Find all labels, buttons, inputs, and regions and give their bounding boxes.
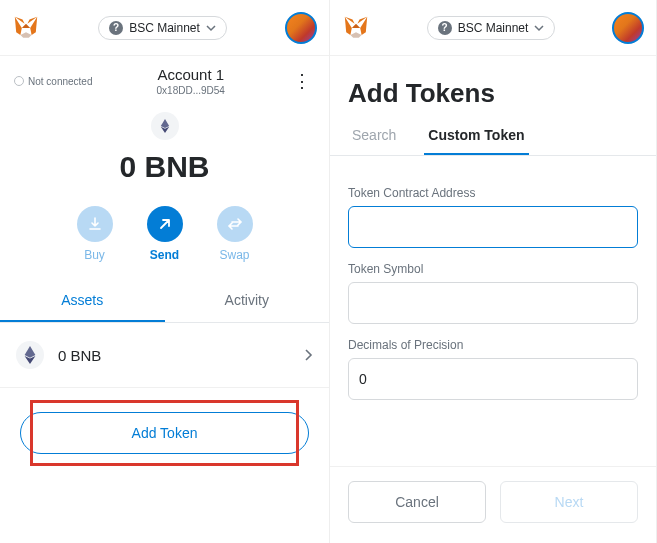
cancel-button[interactable]: Cancel — [348, 481, 486, 523]
account-avatar[interactable] — [612, 12, 644, 44]
contract-address-label: Token Contract Address — [348, 186, 638, 200]
balance-amount: 0 BNB — [0, 150, 329, 184]
network-selector[interactable]: ? BSC Mainnet — [427, 16, 556, 40]
action-buttons: Buy Send Swap — [0, 206, 329, 262]
add-token-button[interactable]: Add Token — [20, 412, 309, 454]
header: ? BSC Mainnet — [330, 0, 656, 56]
main-tabs: Assets Activity — [0, 280, 329, 323]
download-icon — [87, 216, 103, 232]
arrow-up-right-icon — [157, 216, 173, 232]
swap-label: Swap — [219, 248, 249, 262]
account-menu-button[interactable]: ⋮ — [289, 66, 315, 96]
svg-marker-2 — [20, 32, 31, 38]
buy-label: Buy — [84, 248, 105, 262]
decimals-input[interactable] — [348, 358, 638, 400]
chevron-down-icon — [206, 23, 216, 33]
network-name: BSC Mainnet — [129, 21, 200, 35]
account-avatar[interactable] — [285, 12, 317, 44]
chevron-right-icon — [303, 348, 313, 362]
header: ? BSC Mainnet — [0, 0, 329, 56]
send-button[interactable]: Send — [147, 206, 183, 262]
token-symbol-label: Token Symbol — [348, 262, 638, 276]
metamask-logo-icon — [12, 14, 40, 42]
account-address: 0x18DD...9D54 — [93, 85, 290, 96]
status-ring-icon — [14, 76, 24, 86]
connection-status-text: Not connected — [28, 76, 93, 87]
contract-address-input[interactable] — [348, 206, 638, 248]
swap-icon — [227, 216, 243, 232]
account-info-row: Not connected Account 1 0x18DD...9D54 ⋮ — [0, 56, 329, 106]
tab-activity[interactable]: Activity — [165, 280, 330, 322]
custom-token-form: Token Contract Address Token Symbol Deci… — [330, 156, 656, 416]
add-token-section: Add Token — [0, 388, 329, 478]
token-symbol-input[interactable] — [348, 282, 638, 324]
tab-search[interactable]: Search — [348, 127, 400, 155]
asset-balance: 0 BNB — [58, 347, 303, 364]
send-label: Send — [150, 248, 179, 262]
tab-custom-token[interactable]: Custom Token — [424, 127, 528, 155]
svg-marker-9 — [352, 23, 360, 27]
metamask-logo-icon — [342, 14, 370, 42]
token-tabs: Search Custom Token — [330, 127, 656, 156]
network-name: BSC Mainnet — [458, 21, 529, 35]
help-icon: ? — [438, 21, 452, 35]
asset-list-item[interactable]: 0 BNB — [0, 323, 329, 388]
connection-status[interactable]: Not connected — [14, 76, 93, 87]
chevron-down-icon — [534, 23, 544, 33]
account-selector[interactable]: Account 1 0x18DD...9D54 — [93, 66, 290, 96]
decimals-label: Decimals of Precision — [348, 338, 638, 352]
help-icon: ? — [109, 21, 123, 35]
network-selector[interactable]: ? BSC Mainnet — [98, 16, 227, 40]
svg-marker-8 — [350, 32, 361, 38]
svg-marker-3 — [22, 23, 30, 27]
add-tokens-pane: ? BSC Mainnet Add Tokens Search Custom T… — [330, 0, 657, 543]
page-title: Add Tokens — [330, 56, 656, 127]
buy-button[interactable]: Buy — [77, 206, 113, 262]
balance-token-icon — [151, 112, 179, 140]
next-button[interactable]: Next — [500, 481, 638, 523]
tab-assets[interactable]: Assets — [0, 280, 165, 322]
eth-icon — [16, 341, 44, 369]
swap-button[interactable]: Swap — [217, 206, 253, 262]
wallet-main-pane: ? BSC Mainnet Not connected Account 1 0x… — [0, 0, 330, 543]
form-footer: Cancel Next — [330, 466, 656, 543]
account-name: Account 1 — [93, 66, 290, 83]
